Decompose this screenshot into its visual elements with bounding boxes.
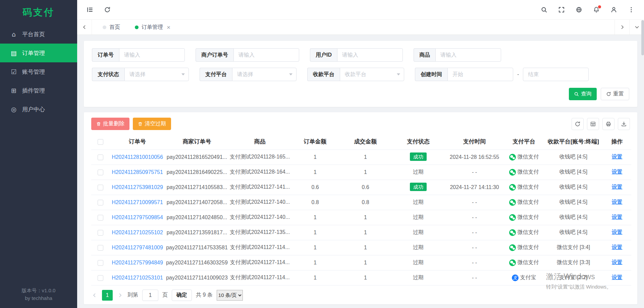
- order-number-link[interactable]: H2024112810010056: [112, 154, 163, 160]
- settings-link[interactable]: 设置: [612, 244, 623, 250]
- user-icon[interactable]: [610, 6, 617, 13]
- settings-link[interactable]: 设置: [612, 184, 623, 190]
- sidebar-item[interactable]: ⊞ 插件管理: [0, 81, 77, 100]
- settings-link[interactable]: 设置: [612, 199, 623, 205]
- reload-page-icon[interactable]: [104, 6, 111, 13]
- receiver-account: 收钱吧 [4:5]: [544, 210, 603, 225]
- tabs-next-button[interactable]: [614, 20, 629, 35]
- tab-dot: [135, 25, 139, 29]
- row-checkbox[interactable]: [98, 260, 103, 266]
- order-amount: 1: [291, 270, 339, 285]
- filter-select[interactable]: [232, 68, 297, 81]
- chevron-right-icon: [620, 25, 625, 29]
- row-checkbox[interactable]: [98, 185, 103, 190]
- tab-dot: [103, 25, 106, 29]
- tab-label: 订单管理: [142, 24, 163, 31]
- row-checkbox[interactable]: [98, 200, 103, 205]
- order-amount: 1: [291, 255, 339, 270]
- page-size-select[interactable]: 10 条/页: [217, 290, 243, 301]
- order-number-link[interactable]: H2024112710255102: [112, 230, 163, 235]
- sidebar-item[interactable]: ⌂ 平台首页: [0, 25, 77, 44]
- confirm-button[interactable]: 确定: [172, 290, 192, 301]
- tab[interactable]: 订单管理 ×: [127, 20, 178, 35]
- merchant-order-no: pay2024112714105583...: [165, 180, 229, 195]
- sidebar-item[interactable]: ◎ 用户中心: [0, 100, 77, 119]
- row-checkbox[interactable]: [98, 215, 103, 221]
- row-checkbox[interactable]: [98, 155, 103, 160]
- order-number-link[interactable]: H2024112710253101: [112, 275, 163, 281]
- order-number-link[interactable]: H2024112710099571: [112, 199, 163, 205]
- main-area: 首页 订单管理 ×: [77, 0, 644, 308]
- reset-button[interactable]: 重置: [601, 88, 629, 100]
- print-button[interactable]: [602, 118, 614, 130]
- page-button[interactable]: 1: [102, 290, 113, 301]
- chevron-down-icon: [397, 73, 400, 75]
- filter-select-field: 支付状态: [92, 68, 189, 81]
- status-badge: 过期: [413, 244, 424, 250]
- order-number-link[interactable]: H2024112797509854: [112, 214, 163, 220]
- receiver-account: 支付宝 [2:2]: [544, 270, 603, 285]
- next-page-button[interactable]: [117, 293, 123, 298]
- product-name: 支付测试20241127-135...: [229, 225, 291, 240]
- filter-input[interactable]: [119, 48, 185, 62]
- receiver-account: 收钱吧 [4:5]: [544, 165, 603, 180]
- date-end-input[interactable]: [523, 68, 589, 81]
- table-refresh-button[interactable]: [572, 118, 584, 130]
- tab-close-icon[interactable]: ×: [167, 24, 170, 30]
- row-checkbox[interactable]: [98, 230, 103, 236]
- platform-icon: [509, 199, 516, 206]
- order-number-link[interactable]: H2024112757994849: [112, 260, 163, 265]
- row-checkbox[interactable]: [98, 170, 103, 175]
- date-start-input[interactable]: [447, 68, 513, 81]
- order-icon: ▤: [10, 49, 17, 57]
- batch-delete-button[interactable]: 批量删除: [91, 118, 129, 130]
- settings-link[interactable]: 设置: [612, 274, 623, 280]
- row-checkbox[interactable]: [98, 245, 103, 251]
- order-number-link[interactable]: H2024112850975751: [112, 169, 163, 175]
- settings-link[interactable]: 设置: [612, 154, 623, 160]
- language-icon[interactable]: [576, 6, 582, 13]
- filter-input[interactable]: [337, 48, 403, 62]
- filter-label: 商品: [414, 48, 435, 62]
- version-number: 版本号：v1.0.0: [0, 287, 77, 294]
- column-header: 订单号: [110, 134, 165, 149]
- order-number-link[interactable]: H2024112753981029: [112, 184, 163, 190]
- paid-amount: 1: [339, 240, 391, 255]
- search-button[interactable]: 查询: [569, 88, 597, 100]
- table-row: H2024112797509854 pay2024112714024850...…: [91, 210, 631, 225]
- date-separator: -: [517, 71, 519, 77]
- column-header: 支付状态: [391, 134, 445, 149]
- sidebar-item[interactable]: ☑ 账号管理: [0, 62, 77, 81]
- pay-time: - -: [445, 210, 504, 225]
- select-all-checkbox[interactable]: [98, 139, 103, 145]
- content: 订单号 商户订单号 用户ID: [77, 35, 644, 308]
- filter-select[interactable]: [340, 68, 404, 81]
- filter-input[interactable]: [233, 48, 299, 62]
- search-icon[interactable]: [541, 6, 547, 13]
- more-options-icon[interactable]: [628, 6, 635, 13]
- sidebar-item[interactable]: ▤ 订单管理: [0, 44, 77, 62]
- prev-page-button[interactable]: [91, 293, 98, 298]
- row-checkbox[interactable]: [98, 275, 103, 281]
- settings-link[interactable]: 设置: [612, 259, 623, 265]
- tabs-prev-button[interactable]: [77, 20, 92, 35]
- settings-link[interactable]: 设置: [612, 214, 623, 220]
- fullscreen-icon[interactable]: [558, 6, 565, 13]
- goto-page-input[interactable]: [142, 290, 158, 301]
- sidebar-item-label: 用户中心: [22, 106, 45, 113]
- clear-expired-button[interactable]: 清空过期: [133, 118, 171, 130]
- notification-bell-icon[interactable]: [593, 6, 600, 13]
- collapse-sidebar-icon[interactable]: [87, 6, 93, 13]
- scrollbar-thumb[interactable]: [641, 20, 644, 55]
- table-columns-button[interactable]: [587, 118, 599, 130]
- filter-input[interactable]: [435, 48, 501, 62]
- platform-name: 支付宝: [520, 274, 536, 281]
- filter-select[interactable]: [124, 68, 189, 81]
- settings-link[interactable]: 设置: [612, 229, 623, 235]
- settings-link[interactable]: 设置: [612, 169, 623, 175]
- column-header: 支付平台: [504, 134, 544, 149]
- chevron-left-icon: [92, 293, 97, 298]
- tab[interactable]: 首页: [95, 20, 127, 35]
- export-button[interactable]: [618, 118, 630, 130]
- order-number-link[interactable]: H2024112797481009: [112, 245, 163, 250]
